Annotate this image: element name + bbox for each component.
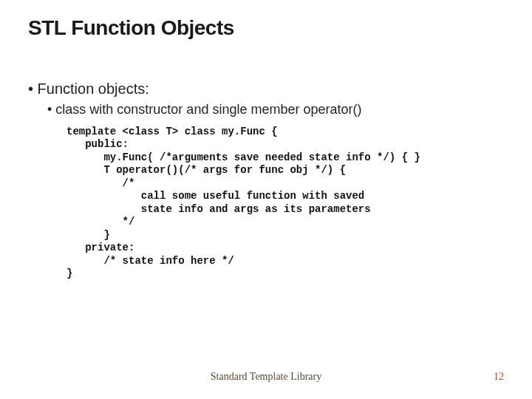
bullet-level2: class with constructor and single member… — [47, 101, 504, 118]
footer-text: Standard Template Library — [0, 371, 532, 383]
slide: STL Function Objects Function objects: c… — [0, 0, 532, 399]
code-block: template <class T> class my.Func { publi… — [66, 126, 504, 281]
page-number: 12 — [494, 371, 504, 383]
bullet-level1: Function objects: — [28, 80, 504, 98]
slide-body: Function objects: class with constructor… — [28, 80, 504, 281]
slide-title: STL Function Objects — [28, 16, 234, 40]
